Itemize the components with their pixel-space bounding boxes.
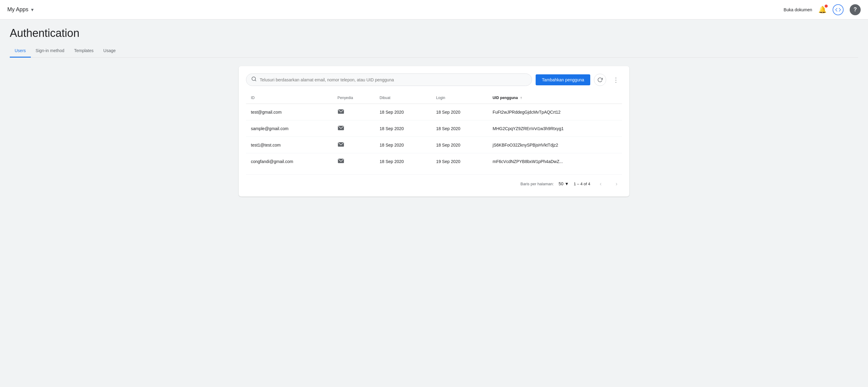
cell-provider <box>333 137 375 153</box>
search-row: Tambahkan pengguna ⋮ <box>246 73 622 86</box>
add-user-button[interactable]: Tambahkan pengguna <box>536 74 590 85</box>
tab-usage[interactable]: Usage <box>99 44 121 58</box>
email-provider-icon <box>338 158 344 164</box>
page-title: Authentication <box>10 27 858 40</box>
help-icon[interactable]: ? <box>850 4 861 15</box>
tabs-bar: Users Sign-in method Templates Usage <box>10 44 858 58</box>
dropdown-arrow-icon[interactable]: ▼ <box>30 7 34 12</box>
col-header-uid[interactable]: UID pengguna ↑ <box>488 92 622 104</box>
next-page-button[interactable]: › <box>611 178 622 189</box>
search-input[interactable] <box>260 77 527 82</box>
cell-dibuat: 18 Sep 2020 <box>375 153 431 170</box>
table-card: Tambahkan pengguna ⋮ ID Penyedia Dibuat … <box>239 66 629 197</box>
notification-badge <box>825 5 828 8</box>
code-icon[interactable] <box>833 4 844 15</box>
tab-users[interactable]: Users <box>10 44 31 58</box>
table-row[interactable]: test1@test.com 18 Sep 202018 Sep 2020jS6… <box>246 137 622 153</box>
rows-per-page-value: 50 <box>559 181 563 186</box>
nav-right: Buka dokumen 🔔 ? <box>784 4 861 15</box>
cell-uid: jS6KBFoO32ZknySPBjsHVktTdjz2 <box>488 137 622 153</box>
pagination-row: Baris per halaman: 50 ▼ 1 – 4 of 4 ‹ › <box>246 174 622 189</box>
col-header-penyedia: Penyedia <box>333 92 375 104</box>
email-provider-icon <box>338 125 344 131</box>
cell-dibuat: 18 Sep 2020 <box>375 137 431 153</box>
cell-id: test@gmail.com <box>246 104 333 120</box>
rows-per-page-select[interactable]: 50 ▼ <box>559 181 568 186</box>
cell-login: 18 Sep 2020 <box>431 120 488 137</box>
tab-signin-method[interactable]: Sign-in method <box>31 44 69 58</box>
table-row[interactable]: sample@gmail.com 18 Sep 202018 Sep 2020M… <box>246 120 622 137</box>
cell-id: sample@gmail.com <box>246 120 333 137</box>
rows-per-page-label: Baris per halaman: <box>520 182 554 186</box>
sort-arrow-icon: ↑ <box>520 96 522 100</box>
cell-login: 18 Sep 2020 <box>431 137 488 153</box>
more-options-button[interactable]: ⋮ <box>610 74 622 86</box>
col-header-login: Login <box>431 92 488 104</box>
cell-uid: mF6cVcdNZPYB8bxW1pPh4aDwZ... <box>488 153 622 170</box>
rows-per-page-dropdown-icon: ▼ <box>565 181 569 186</box>
email-provider-icon <box>338 142 344 147</box>
cell-provider <box>333 120 375 137</box>
page-content: Authentication Users Sign-in method Temp… <box>0 20 868 204</box>
table-row[interactable]: congfandi@gmail.com 18 Sep 202019 Sep 20… <box>246 153 622 170</box>
cell-login: 18 Sep 2020 <box>431 104 488 120</box>
col-header-id: ID <box>246 92 333 104</box>
nav-left: My Apps ▼ <box>7 6 34 13</box>
email-provider-icon <box>338 109 344 114</box>
cell-login: 19 Sep 2020 <box>431 153 488 170</box>
my-apps-label[interactable]: My Apps <box>7 6 28 13</box>
tab-templates[interactable]: Templates <box>69 44 99 58</box>
page-range: 1 – 4 of 4 <box>574 182 590 186</box>
users-table: ID Penyedia Dibuat Login UID pengguna ↑ … <box>246 92 622 169</box>
cell-id: test1@test.com <box>246 137 333 153</box>
cell-dibuat: 18 Sep 2020 <box>375 104 431 120</box>
table-header-row: ID Penyedia Dibuat Login UID pengguna ↑ <box>246 92 622 104</box>
buka-dokumen-link[interactable]: Buka dokumen <box>784 7 812 12</box>
search-icon <box>251 76 257 83</box>
cell-uid: MHG2CpqYZ9ZREnVvI1w3h9Rtxyg1 <box>488 120 622 137</box>
refresh-button[interactable] <box>594 74 606 86</box>
search-box <box>246 73 532 86</box>
table-row[interactable]: test@gmail.com 18 Sep 202018 Sep 2020FuF… <box>246 104 622 120</box>
svg-line-1 <box>255 80 256 81</box>
cell-provider <box>333 153 375 170</box>
top-navigation: My Apps ▼ Buka dokumen 🔔 ? <box>0 0 868 20</box>
prev-page-button[interactable]: ‹ <box>595 178 606 189</box>
cell-uid: FuFt2wJPRddegGjdcMvTpAQCrt12 <box>488 104 622 120</box>
col-header-dibuat: Dibuat <box>375 92 431 104</box>
cell-dibuat: 18 Sep 2020 <box>375 120 431 137</box>
cell-id: congfandi@gmail.com <box>246 153 333 170</box>
cell-provider <box>333 104 375 120</box>
notification-bell-icon[interactable]: 🔔 <box>818 6 827 14</box>
